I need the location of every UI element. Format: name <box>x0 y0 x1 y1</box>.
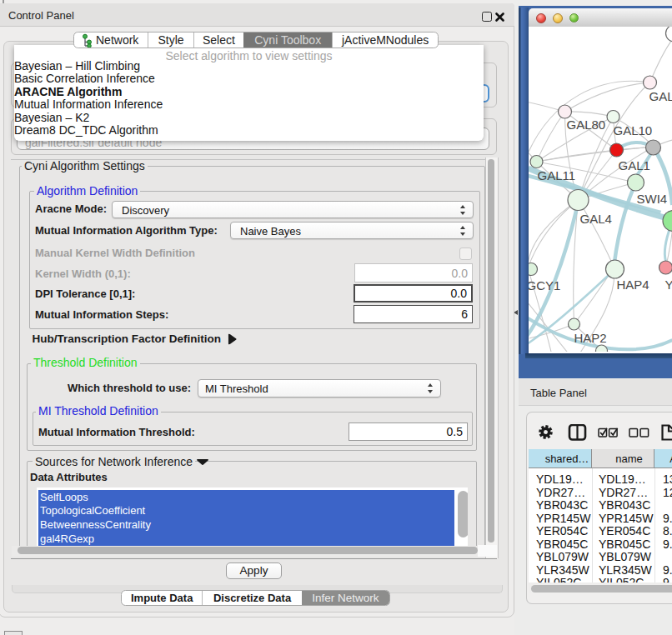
svg-text:SWI4: SWI4 <box>636 192 667 206</box>
svg-text:GAL11: GAL11 <box>537 168 575 182</box>
svg-text:GAL10: GAL10 <box>613 123 652 138</box>
svg-text:Y: Y <box>664 278 672 292</box>
svg-text:GAL4: GAL4 <box>579 212 611 226</box>
svg-text:GAL80: GAL80 <box>566 118 605 132</box>
svg-text:GAL1: GAL1 <box>618 158 649 172</box>
svg-text:HAP2: HAP2 <box>574 331 606 345</box>
svg-text:GCY1: GCY1 <box>529 278 560 292</box>
svg-text:GAL: GAL <box>649 89 672 103</box>
svg-text:HAP4: HAP4 <box>616 278 649 292</box>
